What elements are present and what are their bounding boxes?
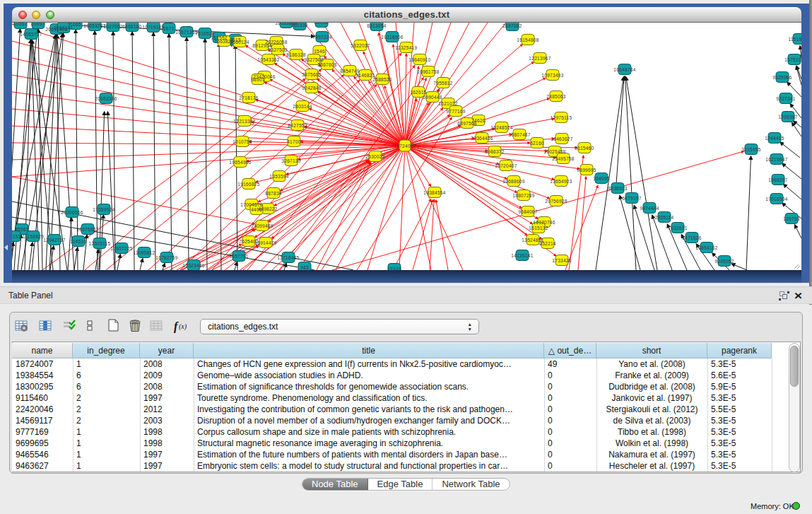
svg-text:39151: 39151 [12,234,21,239]
svg-text:12213382: 12213382 [233,119,255,124]
svg-text:9684067: 9684067 [518,209,537,214]
svg-text:1244415: 1244415 [765,136,784,141]
svg-text:18640910: 18640910 [408,57,430,62]
svg-text:19384554: 19384554 [423,190,445,195]
svg-text:2718176: 2718176 [239,95,258,100]
svg-text:14136141: 14136141 [511,253,533,258]
svg-text:23226058: 23226058 [265,40,287,45]
svg-text:1575107: 1575107 [784,57,801,62]
svg-text:126753: 126753 [783,216,800,221]
svg-text:18807289: 18807289 [512,193,534,198]
svg-text:17957225: 17957225 [110,246,132,251]
svg-text:6466160: 6466160 [122,24,141,29]
svg-text:11095812: 11095812 [134,250,155,255]
svg-text:85061: 85061 [15,227,29,232]
svg-text:19463627: 19463627 [551,136,572,141]
svg-text:3875685: 3875685 [302,72,321,77]
svg-text:10543362: 10543362 [257,57,279,62]
svg-text:1010755: 1010755 [233,139,252,144]
svg-text:9327508: 9327508 [304,57,323,62]
svg-text:162615: 162615 [410,90,427,95]
svg-text:14055717: 14055717 [20,32,42,37]
svg-text:1065: 1065 [70,23,81,27]
svg-text:23495758: 23495758 [552,156,574,161]
svg-text:10557: 10557 [13,23,28,26]
svg-text:12942737: 12942737 [43,238,65,243]
svg-text:16210647: 16210647 [765,157,787,162]
svg-text:8427552: 8427552 [288,123,307,128]
svg-text:12323446: 12323446 [182,263,204,268]
svg-text:8186328: 8186328 [286,52,305,57]
svg-text:1569297: 1569297 [768,177,787,182]
svg-text:10975857: 10975857 [76,227,98,232]
svg-text:62160: 62160 [530,141,544,146]
svg-text:10653287: 10653287 [83,23,105,28]
svg-text:7357224: 7357224 [312,35,331,40]
svg-text:2687682: 2687682 [502,23,522,28]
svg-text:8813054: 8813054 [367,23,386,28]
svg-text:9777169: 9777169 [446,109,465,114]
svg-text:5322037: 5322037 [351,43,370,48]
svg-text:19218506: 19218506 [381,35,403,40]
svg-text:1527602: 1527602 [103,24,122,29]
svg-text:9245052: 9245052 [714,259,734,264]
svg-text:20053346: 20053346 [95,96,117,101]
svg-text:7485063: 7485063 [546,94,565,99]
svg-text:16914479: 16914479 [254,240,276,245]
svg-text:8660124: 8660124 [230,40,249,45]
svg-text:10973493: 10973493 [541,73,563,78]
svg-text:12213967: 12213967 [529,56,551,61]
svg-text:6990448: 6990448 [423,95,442,100]
svg-text:f: f [174,320,179,333]
svg-text:12975115: 12975115 [551,115,572,120]
svg-text:9327503: 9327503 [268,47,287,52]
svg-text:352214: 352214 [539,241,556,246]
svg-text:2986372: 2986372 [485,149,504,154]
svg-text:16154808: 16154808 [517,37,539,42]
svg-text:11156829: 11156829 [23,234,44,239]
svg-text:24099489: 24099489 [251,223,273,228]
svg-text:19166825: 19166825 [237,182,259,187]
svg-text:8938923: 8938923 [608,186,627,191]
svg-text:83054: 83054 [314,23,329,25]
svg-text:2367608: 2367608 [317,62,336,67]
svg-text:16961758: 16961758 [417,69,439,74]
svg-text:4498: 4498 [251,207,262,212]
svg-text:2530023: 2530023 [365,154,384,159]
svg-text:9115460: 9115460 [575,146,594,151]
svg-text:10688609: 10688609 [502,179,524,184]
svg-text:16120746: 16120746 [533,220,555,225]
svg-text:10807487: 10807487 [508,132,530,137]
svg-text:16782759: 16782759 [155,255,177,260]
svg-text:7632621: 7632621 [668,226,687,230]
svg-text:10719185: 10719185 [142,25,164,30]
svg-text:1546: 1546 [314,49,325,54]
svg-text:10025458: 10025458 [543,149,565,154]
svg-text:98901: 98901 [251,77,265,82]
svg-text:18724007: 18724007 [394,144,416,148]
svg-text:160338: 160338 [291,23,308,28]
svg-text:19654985: 19654985 [229,160,251,165]
svg-text:17359924: 17359924 [93,207,114,212]
svg-text:114519: 114519 [70,239,86,244]
svg-text:16671355: 16671355 [175,30,197,35]
svg-text:10654162: 10654162 [695,245,717,250]
svg-text:1621072: 1621072 [438,101,457,106]
svg-text:9474444: 9474444 [640,206,659,211]
svg-text:20206556: 20206556 [61,210,83,215]
svg-text:41700: 41700 [287,139,301,144]
svg-text:943: 943 [300,265,309,270]
svg-text:9329966: 9329966 [772,75,792,80]
svg-text:2588520: 2588520 [372,77,392,82]
svg-text:(x): (x) [179,322,187,331]
svg-text:1209387: 1209387 [778,115,797,119]
svg-text:7955812: 7955812 [433,81,452,86]
svg-text:1353594: 1353594 [269,174,288,179]
svg-text:1671: 1671 [163,26,175,31]
svg-text:11518406: 11518406 [789,37,801,42]
svg-text:15720407: 15720407 [495,163,517,168]
svg-text:12323: 12323 [387,267,401,271]
svg-text:1615132: 1615132 [529,226,548,230]
svg-text:20997: 20997 [31,23,45,26]
svg-text:164095: 164095 [593,176,610,181]
